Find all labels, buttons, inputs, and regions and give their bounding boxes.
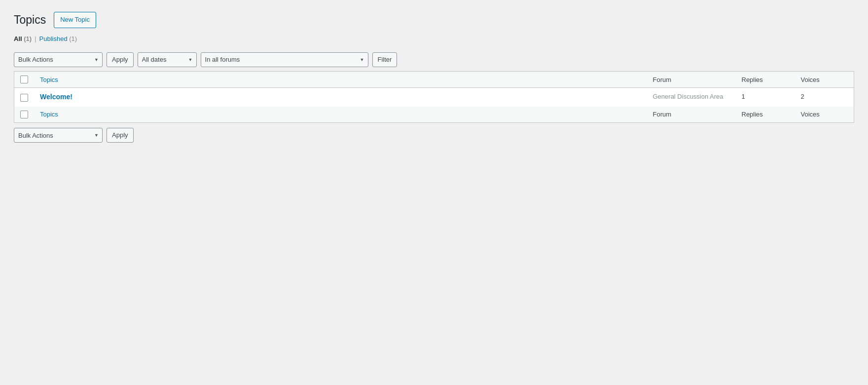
table-header-row: Topics Forum Replies Voices [14,71,854,88]
forums-select[interactable]: In all forums [201,52,368,67]
row-topic-cell: Welcome! [34,88,647,107]
apply-button-top[interactable]: Apply [107,52,134,67]
topic-link[interactable]: Welcome! [40,93,72,101]
table-row: Welcome! General Discussion Area 1 2 [14,88,854,107]
filter-button[interactable]: Filter [372,52,398,67]
published-count: (1) [69,35,77,42]
subsubsub: All (1) | Published (1) [14,35,854,42]
header-voices-col: Voices [795,71,854,88]
row-checkbox-cell [14,88,35,107]
select-all-checkbox[interactable] [20,76,28,83]
page-title: Topics [14,13,46,27]
bulk-actions-select-bottom[interactable]: Bulk Actions [14,128,103,143]
all-filter-link[interactable]: All (1) [14,35,32,42]
footer-topics-link[interactable]: Topics [40,111,58,118]
footer-topics-col: Topics [34,107,647,123]
page-header: Topics New Topic [14,12,854,28]
header-checkbox-col [14,71,35,88]
row-voices-cell: 2 [795,88,854,107]
footer-replies-col: Replies [736,107,795,123]
bulk-actions-bottom-wrapper: Bulk Actions [14,128,103,143]
footer-forum-col: Forum [647,107,736,123]
dates-wrapper: All dates [138,52,197,67]
apply-button-bottom[interactable]: Apply [107,128,134,143]
table-body: Welcome! General Discussion Area 1 2 [14,88,854,107]
published-label: Published [39,35,68,42]
all-label: All [14,35,22,42]
bulk-actions-wrapper: Bulk Actions [14,52,103,67]
header-topics-col: Topics [34,71,647,88]
topics-table: Topics Forum Replies Voices Welcome! Gen… [14,71,854,123]
top-tablenav: Bulk Actions Apply All dates In all foru… [14,48,854,71]
row-forum-cell: General Discussion Area [647,88,736,107]
header-forum-col: Forum [647,71,736,88]
header-replies-col: Replies [736,71,795,88]
all-count: (1) [24,35,32,42]
published-filter-link[interactable]: Published (1) [39,35,77,42]
footer-voices-col: Voices [795,107,854,123]
filter-separator: | [35,35,36,42]
new-topic-button[interactable]: New Topic [54,12,96,28]
bottom-tablenav: Bulk Actions Apply [14,123,854,148]
row-replies-cell: 1 [736,88,795,107]
forums-wrapper: In all forums [201,52,368,67]
table-footer-row: Topics Forum Replies Voices [14,107,854,123]
footer-checkbox-col [14,107,35,123]
header-topics-link[interactable]: Topics [40,76,58,83]
select-all-checkbox-bottom[interactable] [20,111,28,118]
dates-select[interactable]: All dates [138,52,197,67]
row-checkbox[interactable] [20,94,28,102]
bulk-actions-select[interactable]: Bulk Actions [14,52,103,67]
